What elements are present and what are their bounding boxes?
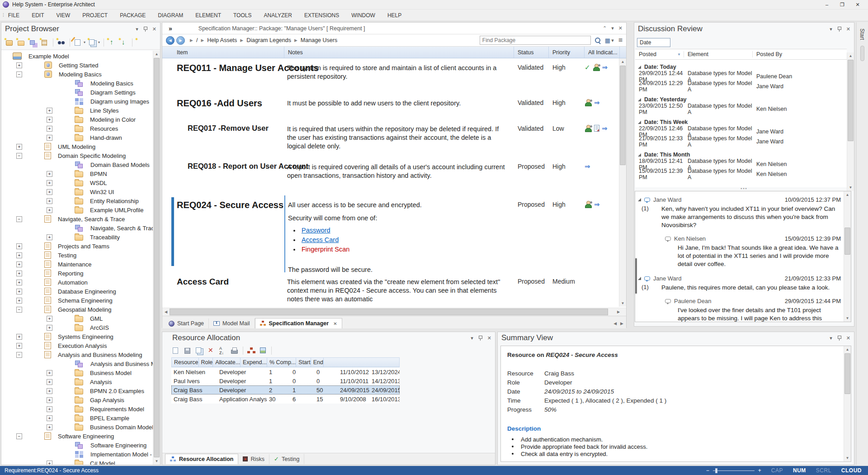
new-package-icon[interactable]: ▾ [17,38,26,47]
tree-item[interactable]: GML [1,314,153,323]
indicator-icon[interactable] [594,125,599,132]
requirement-title[interactable]: REQ016 -Add Users [177,98,262,108]
thread-left-scroll-thumb[interactable] [635,258,637,294]
expander-icon[interactable] [47,117,52,123]
expander-icon[interactable] [47,397,52,403]
expander-icon[interactable] [16,144,22,150]
tree-item[interactable]: Diagram Settings [1,88,153,97]
summary-scrollbar[interactable]: ▲ ▼ [844,346,851,461]
breadcrumb-item[interactable]: Diagram Legends [246,37,291,43]
indicator-icon[interactable] [602,64,608,71]
requirement-row[interactable]: REQ011 - Manage User Accounts The system… [162,58,626,94]
breadcrumb-item[interactable]: Help Assets [207,37,237,43]
menu-item[interactable]: TOOLS [233,12,251,19]
requirement-status[interactable]: Validated [514,94,549,119]
tree-item[interactable]: Example Model [1,52,153,61]
scroll-up-icon[interactable]: ▲ [844,346,851,353]
expander-icon[interactable] [16,261,22,267]
requirement-notes[interactable]: All user access is to be secure and encr… [284,195,514,272]
project-tree-scrollbar[interactable]: ▲ ▼ [153,51,160,465]
scroll-down-icon[interactable]: ▼ [619,300,626,307]
tree-item[interactable]: C# Model [1,459,153,465]
reply-header[interactable]: Paulene Dean 29/09/2015 12:44 PM [665,296,841,305]
expander-icon[interactable] [16,216,22,222]
tree-item[interactable]: Analysis and Business Modeling [1,359,153,368]
tree-item[interactable]: Automation [1,278,153,287]
spec-horizontal-scrollbar[interactable]: ◀ ▶ [162,308,626,316]
ra-print-icon[interactable]: ▾ [230,347,243,355]
expander-icon[interactable] [47,108,52,114]
requirement-row[interactable]: REQ017 -Remove User It is required that … [162,119,626,157]
tree-item[interactable]: WSDL [1,178,153,187]
requirement-status[interactable]: Validated [514,58,549,94]
requirement-priority[interactable]: High [549,157,585,195]
requirement-priority[interactable]: Medium [549,272,585,308]
zoom-in-button[interactable]: + [758,467,761,474]
close-icon[interactable]: ✕ [487,336,491,341]
requirement-title[interactable]: Access Card [177,277,229,286]
find-package-input[interactable] [480,36,591,45]
tree-item[interactable]: Getting Started [1,61,153,70]
tree-item[interactable]: BPMN [1,169,153,178]
resource-row[interactable]: Paul Ivers Developer 1 0 0 11/10/2011 14… [171,376,400,385]
tab-resource-allocation[interactable]: Resource Allocation [165,454,238,464]
column-header-element[interactable]: Element [684,51,753,57]
expander-icon[interactable] [47,180,52,186]
tree-item[interactable]: Navigate, Search & Trace [1,214,153,223]
expander-icon[interactable] [47,388,52,394]
close-icon[interactable]: ✕ [618,26,623,31]
strip-scroll-thumb[interactable] [860,46,864,61]
tree-item[interactable]: Modeling Basics [1,70,153,79]
expander-icon[interactable] [16,252,22,258]
splitter-grip[interactable]: ••• [634,187,854,191]
overflow-chevron-icon[interactable]: » [169,25,172,32]
ra-hierarchy-icon[interactable]: ▾ [247,347,256,355]
chevron-up-icon[interactable]: ⌃ [603,26,607,31]
scroll-left-icon[interactable]: ◀ [162,308,170,316]
scroll-thumb[interactable] [844,353,850,394]
tab-specification-manager[interactable]: Specification Manager ✕ [255,318,342,328]
scroll-up-icon[interactable]: ▲ [844,191,851,198]
tree-item[interactable]: Modeling in Color [1,115,153,124]
requirement-row[interactable]: Access Card This element was created via… [162,272,626,308]
expander-icon[interactable] [47,424,52,430]
menu-item[interactable]: EXTENSIONS [304,12,339,19]
chevron-down-icon[interactable]: ▾ [611,26,614,31]
tree-item[interactable]: Analysis and Business Modeling [1,350,153,359]
zoom-slider-thumb[interactable] [715,468,717,473]
forward-icon[interactable]: ▶ [176,36,185,45]
move-up-icon[interactable]: ▾ [108,38,117,47]
menu-item[interactable]: ANALYZER [264,12,292,19]
pin-icon[interactable] [837,335,842,341]
discussion-list-scrollbar[interactable]: ▲ ▼ [847,52,854,191]
requirement-notes[interactable]: This element was created via the "create… [284,272,514,308]
expander-icon[interactable] [47,171,52,177]
chevron-down-icon[interactable]: ▾ [830,336,832,341]
expander-icon[interactable] [16,334,22,340]
expander-icon[interactable] [16,289,22,294]
indicator-icon[interactable] [585,163,590,170]
find-in-browser-icon[interactable]: ▾ [57,38,70,47]
menu-item[interactable]: VIEW [56,12,70,19]
scroll-right-icon[interactable]: ▶ [617,308,624,316]
expander-icon[interactable] [16,307,22,313]
notes-bullet[interactable]: Access Card [293,236,508,244]
tree-item[interactable]: Execution Analysis [1,341,153,350]
new-element-icon[interactable]: ▾ [40,38,53,47]
duplicate-icon[interactable]: ▾ [88,38,104,47]
tree-item[interactable]: Business Model [1,368,153,377]
scroll-down-icon[interactable]: ▼ [844,455,851,461]
column-header-posted-by[interactable]: Posted By [753,51,847,57]
tree-item[interactable]: Testing [1,251,153,260]
column-header-item[interactable]: Item [162,47,284,58]
expander-icon[interactable] [47,325,52,331]
tree-item[interactable]: Win32 UI [1,187,153,196]
chevron-down-icon[interactable]: ▾ [830,27,832,32]
tab-testing[interactable]: Testing [269,454,305,464]
tree-item[interactable]: BPEL Example [1,413,153,423]
ra-report-icon[interactable]: ▾ [259,347,272,355]
expander-icon[interactable] [16,62,22,68]
tree-item[interactable]: Schema Engineering [1,296,153,305]
resource-row[interactable]: Craig Bass Developer 2 1 50 24/09/2015 2… [171,385,400,394]
tab-model-mail[interactable]: Model Mail [209,318,255,328]
